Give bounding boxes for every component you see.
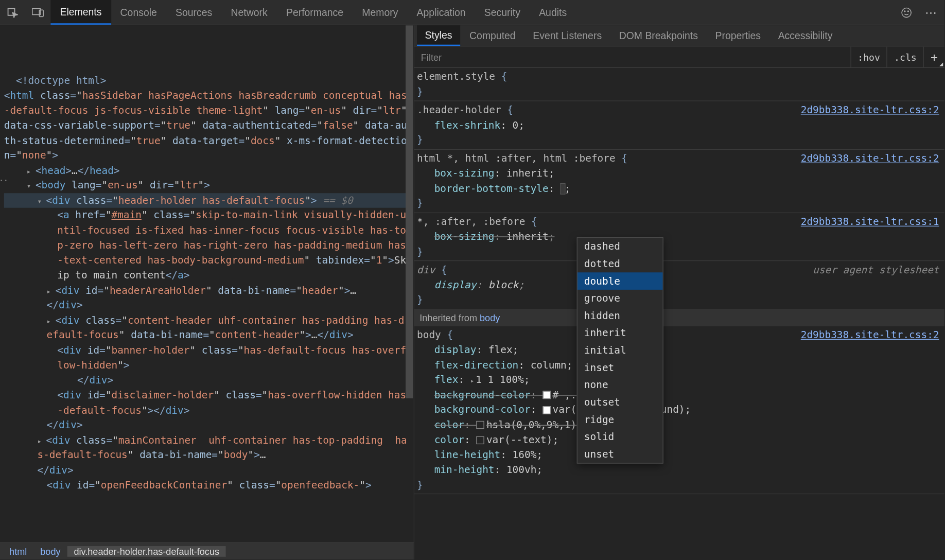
tab-application[interactable]: Application	[408, 0, 475, 25]
inspect-element-icon[interactable]	[0, 7, 25, 18]
autocomplete-item[interactable]: solid	[577, 428, 663, 446]
css-rule[interactable]: 2d9bb338.site-ltr.css:2html *, html :aft…	[414, 150, 944, 213]
styles-pane[interactable]: element.style {}2d9bb338.site-ltr.css:2.…	[414, 68, 944, 559]
more-icon[interactable]: ⋯	[919, 5, 944, 20]
tab-properties[interactable]: Properties	[707, 25, 769, 46]
device-toolbar-icon[interactable]	[25, 8, 50, 17]
svg-point-5	[907, 10, 908, 11]
cls-toggle[interactable]: .cls	[887, 47, 923, 67]
autocomplete-item[interactable]: none	[577, 376, 663, 394]
new-rule-button[interactable]: +◢	[923, 47, 944, 67]
tab-performance[interactable]: Performance	[277, 0, 353, 25]
tab-console[interactable]: Console	[111, 0, 166, 25]
breadcrumb-item[interactable]: body	[33, 546, 67, 556]
css-rule[interactable]: 2d9bb338.site-ltr.css:1*, :after, :befor…	[414, 213, 944, 261]
inherited-from-separator: Inherited from body	[414, 309, 944, 326]
css-rule[interactable]: 2d9bb338.site-ltr.css:2body {display: fl…	[414, 326, 944, 494]
tab-memory[interactable]: Memory	[353, 0, 407, 25]
tab-event-listeners[interactable]: Event Listeners	[525, 25, 610, 46]
tab-network[interactable]: Network	[221, 0, 276, 25]
autocomplete-item[interactable]: dotted	[577, 255, 663, 273]
breadcrumb[interactable]: htmlbodydiv.header-holder.has-default-fo…	[0, 542, 414, 559]
scrollbar-vertical[interactable]	[404, 25, 413, 542]
source-link[interactable]: 2d9bb338.site-ltr.css:1	[801, 214, 939, 229]
dom-tree[interactable]: .. <!doctype html><html class="hasSideba…	[0, 25, 414, 542]
styles-filter-input[interactable]	[414, 47, 850, 67]
gutter-ellipsis: ..	[0, 172, 8, 185]
autocomplete-item[interactable]: inherit	[577, 324, 663, 342]
autocomplete-item[interactable]: double	[577, 272, 663, 290]
breadcrumb-item[interactable]: html	[3, 546, 33, 556]
autocomplete-item[interactable]: groove	[577, 290, 663, 307]
tab-audits[interactable]: Audits	[530, 0, 576, 25]
user-agent-label: user agent stylesheet	[813, 262, 939, 277]
css-rule[interactable]: user agent stylesheetdiv {display: block…	[414, 261, 944, 309]
breadcrumb-item[interactable]: div.header-holder.has-default-focus	[67, 546, 226, 556]
tab-elements[interactable]: Elements	[50, 0, 111, 25]
source-link[interactable]: 2d9bb338.site-ltr.css:2	[801, 327, 939, 342]
tab-computed[interactable]: Computed	[462, 25, 524, 46]
autocomplete-item[interactable]: ridge	[577, 411, 663, 428]
autocomplete-item[interactable]: outset	[577, 394, 663, 411]
source-link[interactable]: 2d9bb338.site-ltr.css:2	[801, 102, 939, 117]
css-rule[interactable]: element.style {}	[414, 68, 944, 101]
tab-styles[interactable]: Styles	[417, 25, 460, 46]
autocomplete-item[interactable]: dashed	[577, 238, 663, 255]
hov-toggle[interactable]: :hov	[850, 47, 887, 67]
css-value-autocomplete[interactable]: dasheddotteddoublegroovehiddeninheritini…	[577, 237, 663, 464]
autocomplete-item[interactable]: inset	[577, 359, 663, 376]
tab-dom-breakpoints[interactable]: DOM Breakpoints	[611, 25, 706, 46]
svg-point-3	[902, 8, 911, 17]
css-rule[interactable]: 2d9bb338.site-ltr.css:2.header-holder {f…	[414, 101, 944, 150]
smiley-icon[interactable]	[894, 7, 919, 18]
autocomplete-item[interactable]: initial	[577, 342, 663, 359]
svg-point-4	[904, 10, 905, 11]
source-link[interactable]: 2d9bb338.site-ltr.css:2	[801, 151, 939, 166]
autocomplete-item[interactable]: hidden	[577, 307, 663, 325]
tab-sources[interactable]: Sources	[166, 0, 221, 25]
tab-security[interactable]: Security	[475, 0, 530, 25]
tab-accessibility[interactable]: Accessibility	[770, 25, 841, 46]
autocomplete-item[interactable]: unset	[577, 446, 663, 463]
